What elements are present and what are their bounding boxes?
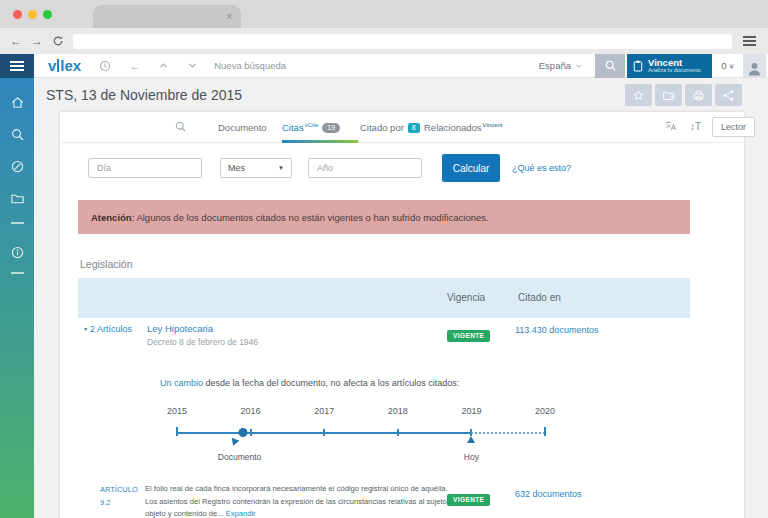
chevron-down-icon <box>575 62 583 70</box>
year-input[interactable] <box>308 158 422 178</box>
section-title-legislacion: Legislación <box>80 258 133 270</box>
articles-toggle-link[interactable]: ▾2 Artículos <box>84 324 132 334</box>
vincent-superscript: Vincent <box>483 122 503 128</box>
timeline-label-hoy: Hoy <box>464 452 479 462</box>
timeline-year: 2016 <box>241 406 261 416</box>
tab-documento[interactable]: Documento <box>218 122 267 133</box>
minimize-window-icon[interactable] <box>28 10 37 19</box>
citado-count-badge: 8 <box>408 123 420 133</box>
column-header-citado-en: Citado en <box>518 292 561 303</box>
vlex-logo[interactable]: vlex <box>48 57 81 74</box>
close-window-icon[interactable] <box>13 10 22 19</box>
expand-link[interactable]: Expandir <box>226 509 256 518</box>
calculate-button[interactable]: Calcular <box>442 154 500 182</box>
active-tab-underline <box>282 140 358 143</box>
folder-icon <box>662 89 675 102</box>
sidebar-item-home[interactable] <box>0 86 34 118</box>
collapse-icon: ▾ <box>84 326 87 332</box>
document-marker-icon <box>239 428 248 437</box>
info-icon <box>10 245 25 260</box>
cited-in-link[interactable]: 113.430 documentos <box>515 325 598 335</box>
timeline-year: 2017 <box>314 406 334 416</box>
tab-relacionados[interactable]: RelacionadosVincent <box>424 122 502 133</box>
timeline-year: 2015 <box>167 406 187 416</box>
day-input[interactable] <box>88 158 202 178</box>
printer-icon <box>692 89 705 102</box>
maximize-window-icon[interactable] <box>43 10 52 19</box>
print-button[interactable] <box>685 84 712 106</box>
share-icon <box>722 89 735 102</box>
reload-icon[interactable] <box>52 35 64 47</box>
change-note: Un cambio desde la fecha del documento, … <box>160 378 459 388</box>
browser-back-icon[interactable]: ← <box>10 35 22 47</box>
citations-table: Vigencia Citado en ▾2 Artículos Ley Hipo… <box>78 278 690 518</box>
timeline-year: 2018 <box>388 406 408 416</box>
url-bar[interactable] <box>73 34 732 49</box>
save-to-folder-button[interactable] <box>655 84 682 106</box>
tab-citas[interactable]: CitasvCite19 <box>282 122 340 134</box>
page-title: STS, 13 de Noviembre de 2015 <box>46 87 242 103</box>
history-icon[interactable] <box>99 60 111 72</box>
law-subtitle: Decreto 8 de febrero de 1946 <box>147 337 258 347</box>
star-icon <box>632 89 645 102</box>
today-pointer-icon <box>467 436 475 443</box>
timeline-label-documento: Documento <box>218 452 261 462</box>
timeline-year: 2020 <box>535 406 555 416</box>
tab-search-icon[interactable] <box>174 120 187 133</box>
browser-tab[interactable]: × <box>93 5 241 28</box>
favorite-button[interactable] <box>625 84 652 106</box>
alert-text: : Algunos de los documentos citados no e… <box>132 212 489 223</box>
what-is-this-link[interactable]: ¿Qué es esto? <box>512 163 571 173</box>
article-link[interactable]: ARTÍCULO 9.2 <box>100 484 146 510</box>
status-badge: VIGENTE <box>447 324 490 342</box>
sidebar-divider <box>11 272 24 274</box>
browser-titlebar: × <box>0 0 768 28</box>
sidebar-menu-button[interactable] <box>0 54 34 78</box>
vincent-sublabel: Analiza tu documento <box>648 68 701 74</box>
cited-in-link[interactable]: 632 documentos <box>515 489 582 499</box>
validity-timeline: 2015 2016 2017 2018 2019 2020 <box>177 406 545 468</box>
document-actions <box>625 84 742 106</box>
search-icon <box>604 59 617 72</box>
share-button[interactable] <box>715 84 742 106</box>
tab-close-icon[interactable]: × <box>226 12 232 22</box>
search-icon <box>10 127 25 142</box>
vcite-superscript: vCite <box>305 122 319 128</box>
chevron-down-icon[interactable] <box>187 60 198 71</box>
article-excerpt: El folio real de cada finca incorporará … <box>145 483 461 518</box>
chevron-up-icon[interactable] <box>158 60 169 71</box>
reader-mode-button[interactable]: Lector <box>712 117 755 137</box>
explore-compass-icon <box>10 159 25 174</box>
warning-alert: Atención: Algunos de los documentos cita… <box>78 200 690 234</box>
browser-window: × ← → <box>0 0 768 518</box>
sidebar-item-explore[interactable] <box>0 150 34 182</box>
search-input[interactable] <box>214 60 539 71</box>
timeline-dotted-line <box>471 432 545 434</box>
change-link[interactable]: Un cambio <box>160 378 203 388</box>
sidebar-item-info[interactable] <box>0 240 34 264</box>
nav-back-icon[interactable]: ← <box>129 60 140 72</box>
text-size-icon[interactable]: ↕T <box>690 121 701 132</box>
sidebar-item-search[interactable] <box>0 118 34 150</box>
user-avatar[interactable] <box>743 54 766 77</box>
status-badge: VIGENTE <box>447 488 490 506</box>
translate-icon[interactable] <box>664 120 677 132</box>
home-icon <box>10 95 25 110</box>
country-selector[interactable]: España <box>539 60 583 71</box>
sidebar-item-folders[interactable] <box>0 182 34 214</box>
column-header-vigencia: Vigencia <box>447 292 485 303</box>
browser-forward-icon[interactable]: → <box>31 35 43 47</box>
app-sidebar <box>0 54 34 518</box>
browser-menu-icon[interactable] <box>741 34 758 48</box>
person-icon <box>746 60 763 77</box>
app-navbar: vlex ← España <box>34 54 768 78</box>
law-title-link[interactable]: Ley Hipotecaria <box>147 323 213 334</box>
select-caret-icon: ▼ <box>278 165 284 171</box>
credits-counter[interactable]: 0 ¥ <box>712 60 743 71</box>
vincent-button[interactable]: Vincent Analiza tu documento <box>627 54 712 78</box>
alert-title: Atención <box>91 212 132 223</box>
search-button[interactable] <box>595 54 625 78</box>
month-select[interactable]: Mes ▼ <box>220 158 292 178</box>
tab-citado-por[interactable]: Citado por8 <box>360 122 420 134</box>
document-tabbar: Documento CitasvCite19 Citado por8 Relac… <box>60 112 744 143</box>
